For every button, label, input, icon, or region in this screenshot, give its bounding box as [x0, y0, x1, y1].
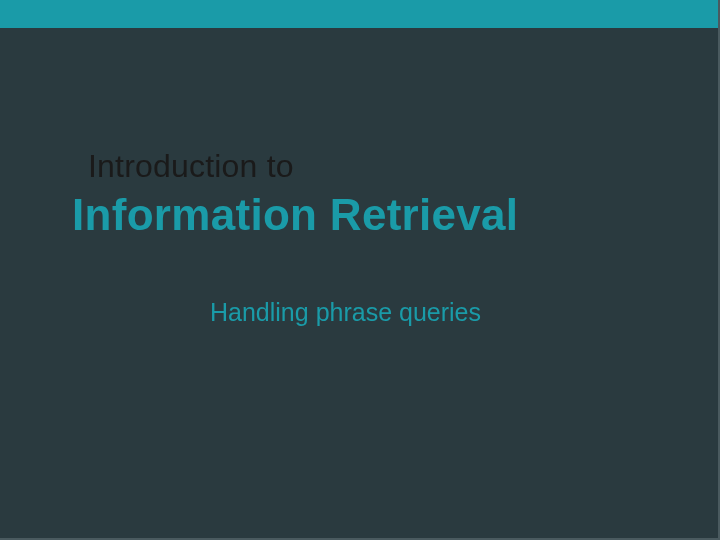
- kicker-text: Introduction to: [88, 148, 294, 185]
- slide-content: Introduction to Information Retrieval Ha…: [0, 28, 718, 538]
- slide-title: Information Retrieval: [72, 190, 518, 240]
- top-accent-bar: [0, 0, 718, 29]
- slide: Introduction to Information Retrieval Ha…: [0, 0, 720, 540]
- slide-subtitle: Handling phrase queries: [210, 298, 481, 327]
